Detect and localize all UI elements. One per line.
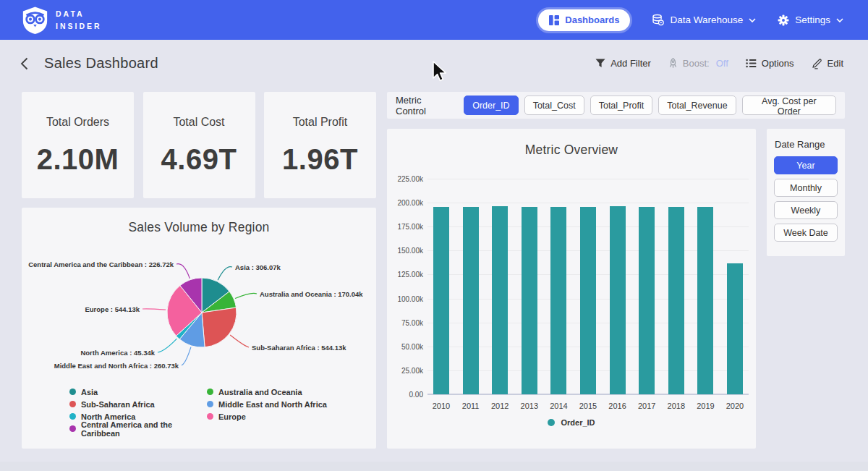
kpi-card-total-orders: Total Orders 2.10M xyxy=(22,92,134,198)
chevron-down-icon xyxy=(749,18,756,22)
metric-button-total-revenue[interactable]: Total_Revenue xyxy=(658,96,736,115)
edit-pencil-icon xyxy=(812,58,822,69)
pie-callout-line xyxy=(230,335,249,347)
bar-2013[interactable] xyxy=(522,207,537,394)
pie-legend: AsiaSub-Saharan AfricaNorth AmericaCentr… xyxy=(69,386,344,435)
legend-label: Middle East and North Africa xyxy=(218,400,327,409)
bar-2018[interactable] xyxy=(668,207,684,394)
edit-button[interactable]: Edit xyxy=(812,58,843,69)
legend-item-central-america-and-the-caribbean[interactable]: Central America and the Caribbean xyxy=(69,423,207,435)
pie-callout-line xyxy=(176,264,190,279)
metric-button-total-profit[interactable]: Total_Profit xyxy=(590,96,653,115)
y-tick-label: 200.00k xyxy=(388,199,423,207)
date-range-button-year[interactable]: Year xyxy=(774,156,838,174)
brand-logo[interactable]: DATA INSIDER xyxy=(22,6,102,35)
legend-dot xyxy=(207,413,213,420)
bar-chart-panel: Metric Overview 0.0025.00k50.00k75.00k10… xyxy=(387,129,756,449)
back-chevron-icon xyxy=(20,57,28,70)
bar-2011[interactable] xyxy=(463,207,479,394)
legend-label: Australia and Oceania xyxy=(218,388,302,396)
y-tick-label: 175.00k xyxy=(388,223,423,231)
x-tick-label: 2016 xyxy=(602,402,634,410)
kpi-card-total-profit: Total Profit 1.96T xyxy=(264,92,376,198)
dashboard-toolbar: Sales Dashboard Add Filter Boost:Off xyxy=(0,40,868,87)
legend-item-asia[interactable]: Asia xyxy=(69,386,207,398)
legend-dot xyxy=(207,389,213,395)
pie-label: Asia : 306.07k xyxy=(235,263,281,271)
x-tick-label: 2018 xyxy=(660,402,692,410)
metric-control-label: Metric Control xyxy=(396,95,454,116)
date-range-panel: Date Range YearMonthlyWeeklyWeek Date xyxy=(767,129,845,256)
chevron-down-icon xyxy=(836,18,843,22)
date-range-button-week-date[interactable]: Week Date xyxy=(774,224,838,242)
pie-slice-sub-saharan-africa[interactable] xyxy=(202,307,237,347)
pie-callout-line xyxy=(218,267,232,281)
legend-dot xyxy=(69,401,76,407)
x-tick-label: 2015 xyxy=(572,402,604,410)
x-tick-label: 2012 xyxy=(484,402,516,410)
y-tick-label: 100.00k xyxy=(388,295,423,303)
pie-chart-panel: Sales Volume by Region Asia : 306.07kAus… xyxy=(22,208,376,449)
legend-dot xyxy=(69,389,76,395)
pie-label: Central America and the Caribbean : 226.… xyxy=(28,260,174,268)
rocket-icon xyxy=(668,58,678,69)
options-list-icon xyxy=(746,59,757,68)
bar-chart-title: Metric Overview xyxy=(387,143,756,158)
legend-label: Order_ID xyxy=(561,418,595,427)
bar-2015[interactable] xyxy=(580,207,596,394)
bar-chart-legend[interactable]: Order_ID xyxy=(387,418,756,427)
metric-button-order-id[interactable]: Order_ID xyxy=(464,96,518,115)
boost-status: Off xyxy=(716,58,728,69)
legend-item-sub-saharan-africa[interactable]: Sub-Saharan Africa xyxy=(69,398,207,410)
legend-label: Central America and the Caribbean xyxy=(81,420,207,438)
kpi-label: Total Cost xyxy=(173,116,224,129)
y-tick-label: 0.00 xyxy=(388,391,423,399)
filter-funnel-icon xyxy=(595,59,605,68)
settings-label: Settings xyxy=(795,14,830,25)
metric-button-total-cost[interactable]: Total_Cost xyxy=(524,96,584,115)
bar-2016[interactable] xyxy=(610,206,626,394)
bar-2017[interactable] xyxy=(639,207,655,394)
date-range-button-monthly[interactable]: Monthly xyxy=(774,179,838,197)
legend-label: Asia xyxy=(81,388,98,396)
owl-logo-icon xyxy=(22,6,48,35)
database-icon xyxy=(652,14,664,26)
x-tick-label: 2019 xyxy=(689,402,721,410)
settings-menu[interactable]: Settings xyxy=(778,14,843,26)
bar-2012[interactable] xyxy=(492,206,508,394)
bar-2019[interactable] xyxy=(697,207,713,394)
options-button[interactable]: Options xyxy=(746,58,794,69)
y-tick-label: 225.00k xyxy=(388,175,423,183)
add-filter-button[interactable]: Add Filter xyxy=(595,58,651,69)
dashboards-button[interactable]: Dashboards xyxy=(538,9,630,31)
legend-item-middle-east-and-north-africa[interactable]: Middle East and North Africa xyxy=(207,398,344,410)
pie-chart-title: Sales Volume by Region xyxy=(22,220,376,235)
bar-2020[interactable] xyxy=(727,263,743,394)
pie-chart: Asia : 306.07kAustralia and Oceania : 17… xyxy=(22,237,376,385)
legend-item-europe[interactable]: Europe xyxy=(207,410,344,423)
legend-label: Europe xyxy=(218,412,246,421)
legend-dot xyxy=(207,401,213,407)
pie-label: Europe : 544.13k xyxy=(85,305,140,313)
page-title: Sales Dashboard xyxy=(44,55,158,72)
back-button[interactable] xyxy=(20,57,28,70)
data-warehouse-menu[interactable]: Data Warehouse xyxy=(652,14,756,26)
app-root: DATA INSIDER Dashboards xyxy=(0,0,868,471)
x-tick-label: 2014 xyxy=(542,402,574,410)
x-tick-label: 2011 xyxy=(455,402,487,410)
bar-2014[interactable] xyxy=(550,207,566,394)
kpi-label: Total Orders xyxy=(46,116,109,129)
boost-toggle[interactable]: Boost:Off xyxy=(668,58,728,69)
pie-callout-line xyxy=(142,309,166,310)
legend-dot xyxy=(548,419,555,426)
legend-item-australia-and-oceania[interactable]: Australia and Oceania xyxy=(207,386,344,398)
date-range-button-weekly[interactable]: Weekly xyxy=(774,201,838,219)
metric-control-bar: Metric Control Order_IDTotal_CostTotal_P… xyxy=(387,92,845,119)
legend-label: Sub-Saharan Africa xyxy=(81,400,155,409)
bar-chart-plot-area xyxy=(427,179,749,394)
bar-2010[interactable] xyxy=(433,207,449,394)
pie-label: Middle East and North Africa : 260.73k xyxy=(54,362,179,370)
x-tick-label: 2010 xyxy=(425,402,457,410)
gridline xyxy=(427,179,749,179)
metric-button-avg-cost-per-order[interactable]: Avg. Cost per Order xyxy=(742,96,836,115)
